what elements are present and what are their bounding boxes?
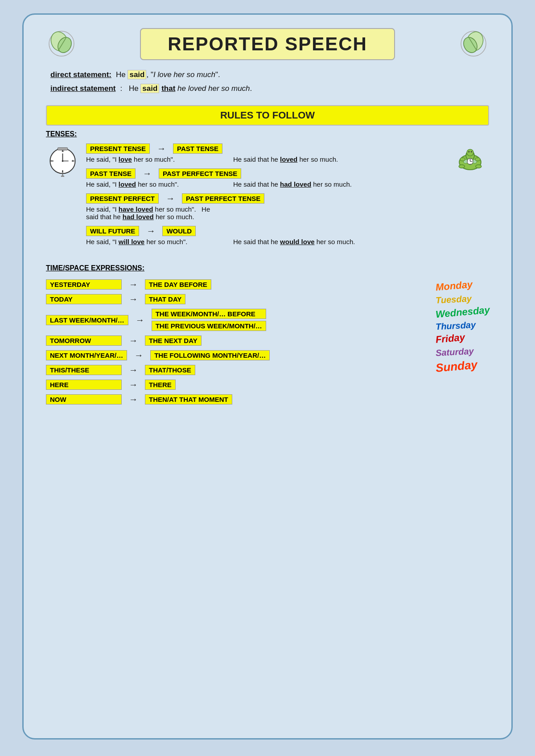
svg-rect-22 [58,148,68,151]
time-to-here: THERE [145,380,176,390]
tense-to-3: PAST PERFECT TENSE [182,193,264,204]
svg-point-35 [471,151,472,153]
time-to-yesterday: THE DAY BEFORE [145,279,211,290]
arrow-2: → [143,168,152,179]
time-to-last-week: THE WEEK/MONTH/… BEFORE THE PREVIOUS WEE… [152,309,266,331]
tense-from-4: WILL FUTURE [86,226,139,236]
time-from-this: THIS/THESE [46,365,122,375]
clock-left-icon: 12 3 6 9 [46,143,82,179]
svg-point-30 [476,165,482,168]
arrow-yesterday: → [129,279,138,290]
time-row-tomorrow: TOMORROW → THE NEXT DAY [46,335,431,346]
time-from-tomorrow: TOMORROW [46,335,122,346]
arrow-next-month: → [134,350,143,360]
svg-text:9: 9 [50,159,51,162]
tense-row-4: WILL FUTURE → WOULD [86,226,449,236]
svg-point-33 [467,149,473,156]
days-block: Monday Tuesday Wednesday Thursday Friday… [436,279,489,374]
arrow-today: → [129,294,138,304]
tense-to-1: PAST TENSE [173,143,222,154]
tense-from-3: PRESENT PERFECT [86,193,159,204]
time-space-label: TIME/SPACE EXPRESSIONS: [46,264,489,272]
time-row-last-week: LAST WEEK/MONTH/… → THE WEEK/MONTH/… BEF… [46,309,431,331]
header-icon-left [46,28,77,59]
time-from-next-month: NEXT MONTH/YEAR/… [46,350,127,360]
arrow-tomorrow: → [129,335,138,346]
time-to-now: THEN/AT THAT MOMENT [145,394,232,405]
tense-row-1: PRESENT TENSE → PAST TENSE [86,143,449,154]
svg-point-31 [460,158,465,161]
tense-row-3: PRESENT PERFECT → PAST PERFECT TENSE [86,193,449,204]
time-row-next-month: NEXT MONTH/YEAR/… → THE FOLLOWING MONTH/… [46,350,431,360]
time-row-now: NOW → THEN/AT THAT MOMENT [46,394,431,405]
time-table: YESTERDAY → THE DAY BEFORE TODAY → THAT … [46,279,431,409]
arrow-3: → [166,193,175,204]
tense-from-1: PRESENT TENSE [86,143,150,154]
arrow-this: → [129,365,138,375]
header-title-box: REPORTED SPEECH [140,28,395,60]
time-row-here: HERE → THERE [46,380,431,390]
header: REPORTED SPEECH [46,28,489,60]
tenses-content: 12 3 6 9 PRESENT TENSE [46,143,489,251]
time-space-section: TIME/SPACE EXPRESSIONS: YESTERDAY → THE … [46,264,489,409]
time-row-today: TODAY → THAT DAY [46,294,431,304]
arrow-here: → [129,380,138,390]
time-to-today: THAT DAY [145,294,185,304]
days-of-week-icon: Monday Tuesday Wednesday Thursday Friday… [436,279,489,374]
header-icon-right [458,28,489,59]
tense-row-2: PAST TENSE → PAST PERFECT TENSE [86,168,449,179]
svg-text:3: 3 [72,159,73,162]
rules-box: RULES TO FOLLOW [46,105,489,126]
direct-statement-row: direct statement: He said, "I love her s… [50,68,489,82]
direct-text: He said, "I love her so much". [116,68,220,82]
indirect-quote: he loved her so much [177,84,250,93]
indirect-statement-row: indirect statement: He said that he love… [50,82,489,96]
svg-text:6: 6 [470,163,471,165]
time-row-this: THIS/THESE → THAT/THOSE [46,365,431,375]
direct-said: said [128,70,146,79]
page: REPORTED SPEECH direct statement: He sai… [22,13,513,740]
indirect-label: indirect statement [50,82,115,96]
time-from-here: HERE [46,380,122,390]
clock-right-icon: 12 3 6 9 [453,143,489,179]
direct-quote: I love her so much [153,70,215,79]
svg-text:6: 6 [62,170,63,173]
arrow-now: → [129,394,138,405]
tense-from-2: PAST TENSE [86,168,136,179]
svg-point-29 [459,165,465,168]
svg-point-32 [475,158,480,161]
indirect-said: said [140,84,159,93]
arrow-1: → [157,143,166,154]
time-from-now: NOW [46,394,122,405]
tenses-middle: PRESENT TENSE → PAST TENSE He said, "I l… [86,143,449,251]
page-title: REPORTED SPEECH [168,33,367,54]
indirect-text: He said that he loved her so much. [129,82,252,96]
rules-title: RULES TO FOLLOW [220,110,315,121]
time-row-yesterday: YESTERDAY → THE DAY BEFORE [46,279,431,290]
time-to-next-month: THE FOLLOWING MONTH/YEAR/… [150,350,270,360]
time-to-tomorrow: THE NEXT DAY [145,335,202,346]
time-to-this: THAT/THOSE [145,365,195,375]
tenses-section: TENSES: 12 3 6 9 [46,130,489,251]
example-row-1: He said, "I love her so much". He said t… [86,155,449,163]
arrow-last-week: → [136,315,144,325]
time-from-today: TODAY [46,294,122,304]
direct-label: direct statement: [50,68,111,82]
svg-point-21 [61,175,65,177]
example-row-2: He said, "I loved her so much". He said … [86,180,449,188]
svg-text:12: 12 [469,158,471,160]
example-row-3: He said, "I have loved her so much". He … [86,205,449,221]
tense-to-4: WOULD [162,226,196,236]
time-from-yesterday: YESTERDAY [46,279,122,290]
time-content: YESTERDAY → THE DAY BEFORE TODAY → THAT … [46,279,489,409]
arrow-4: → [146,226,155,236]
tenses-label: TENSES: [46,130,489,138]
time-from-last-week: LAST WEEK/MONTH/… [46,315,128,325]
intro-section: direct statement: He said, "I love her s… [50,68,489,95]
svg-text:9: 9 [467,160,468,162]
example-row-4: He said, "I will love her so much". He s… [86,238,449,245]
tense-to-2: PAST PERFECT TENSE [159,168,241,179]
svg-text:3: 3 [472,160,473,162]
svg-point-34 [468,151,469,153]
